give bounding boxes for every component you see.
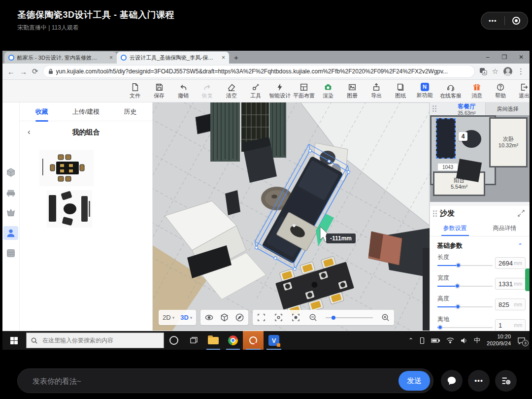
basic-params-section-header[interactable]: 基础参数 ⌃ [430,236,530,250]
url-field[interactable]: yun.kujiale.com/tool/h5/diy?designid=3FO… [43,66,474,77]
elevation-value-field[interactable]: 1mm [495,319,526,331]
compass-button[interactable] [235,313,244,322]
device-icon[interactable] [420,337,425,344]
exit-button[interactable]: 退出 [516,83,532,100]
mode-3d-button[interactable]: 3D▾ [180,314,192,321]
more-actions-button[interactable]: ••• [468,370,490,392]
clear-button[interactable]: 清空 [223,83,240,100]
chat-bubble-button[interactable] [441,370,463,392]
redo-button[interactable]: 恢复 [199,83,216,100]
browser-tab-2[interactable]: 云设计工具_圣德保陶瓷_李凤-保… × [117,52,229,64]
restore-button[interactable]: ❐ [496,54,513,61]
length-slider[interactable] [437,265,493,266]
close-capsule-button[interactable] [505,12,528,29]
active-capture-app-button[interactable] [243,331,264,350]
help-button[interactable]: 帮助 [492,83,509,100]
combo-thumbnail-dining[interactable] [39,150,94,186]
focus-center-button[interactable] [291,313,300,322]
category-people-button[interactable] [3,226,18,240]
room-select-button[interactable]: 房间选择 [485,102,530,115]
profile-avatar[interactable] [503,67,512,76]
close-window-button[interactable]: ✕ [513,54,530,61]
marquee-settings-button[interactable] [274,313,283,322]
new-tab-button[interactable]: + [234,53,238,62]
more-options-button[interactable]: ••• [481,12,504,29]
minimize-button[interactable]: – [479,54,496,61]
vhall-app-button[interactable]: V [264,331,284,350]
category-hard-decor-button[interactable] [3,166,18,179]
translate-icon[interactable] [479,67,487,75]
tab-parameter-settings[interactable]: 参数设置 [430,221,480,236]
height-value-field[interactable]: 825mm [495,299,526,310]
tab-history[interactable]: 历史 [108,107,152,116]
length-value-field[interactable]: 2694mm [495,257,526,269]
notification-center-button[interactable]: 3 [517,337,526,344]
save-button[interactable]: 保存 [151,83,167,100]
undo-button[interactable]: 撤销 [175,83,192,100]
mode-2d-button[interactable]: 2D▾ [163,314,174,321]
bookmark-star-icon[interactable]: ☆ [492,67,499,76]
smart-design-button[interactable]: 智能设计 [271,83,288,100]
zoom-in-button[interactable] [381,313,390,322]
export-button[interactable]: 导出 [368,83,385,100]
minimap-selected-sofa[interactable] [436,118,456,159]
expand-panel-icon[interactable] [518,210,525,217]
taskbar-search[interactable] [26,332,164,348]
ime-indicator[interactable]: 中 [474,336,480,345]
hidden-icons-chevron[interactable]: ⌃ [408,337,413,344]
close-tab-icon[interactable]: × [222,54,225,61]
send-button[interactable]: 发送 [399,371,430,391]
category-furniture-button[interactable] [3,186,18,200]
category-decoration-button[interactable] [3,206,18,220]
visibility-eye-button[interactable] [204,313,214,322]
watch-list-button[interactable] [495,370,517,392]
taskbar-clock[interactable]: 10:20 2020/9/24 [487,333,511,347]
zoom-out-button[interactable] [308,313,318,322]
back-icon[interactable]: ← [7,67,15,76]
new-features-button[interactable]: N 新功能 [416,83,433,100]
tab-product-details[interactable]: 商品详情 [480,221,530,236]
canvas-3d-viewport[interactable]: -111mm 2D▾ 3D▾ [153,102,430,331]
volume-icon[interactable] [461,337,467,344]
comment-input-bar[interactable]: 发送 [17,368,433,393]
tab-favorites[interactable]: 收藏 [20,107,64,116]
category-appliance-button[interactable] [3,246,18,260]
battery-icon[interactable] [431,338,440,343]
start-button[interactable] [2,331,25,350]
album-button[interactable]: 图册 [344,83,361,100]
file-button[interactable]: 文件 [127,83,143,100]
forward-icon[interactable]: → [20,67,27,76]
green-side-tab[interactable] [525,268,530,291]
task-view-button[interactable] [184,331,203,350]
drawings-button[interactable]: 图纸 [392,83,409,100]
marquee-select-button[interactable] [257,313,266,322]
online-support-button[interactable]: 在线客服 [440,83,462,100]
tab-upload-model[interactable]: 上传/建模 [64,107,108,116]
file-explorer-button[interactable] [203,331,223,350]
chrome-button[interactable] [223,331,243,350]
room-bedroom[interactable]: 次卧 10.32m² [489,117,528,167]
cube-view-button[interactable] [220,313,229,322]
zoom-slider-handle[interactable] [332,316,335,320]
drag-handle-icon[interactable] [432,105,436,112]
browser-tab-1[interactable]: 酷家乐 - 3D云设计, 室内装修效… × [4,52,117,64]
width-value-field[interactable]: 1331mm [495,278,526,290]
render-button[interactable]: 渲染 [320,83,336,100]
combo-thumbnail-living[interactable] [47,190,92,228]
floorplan-minimap[interactable]: 次卧 10.32m² 阳台 5.54m² 4 1043 [430,115,530,202]
comment-input[interactable] [32,376,399,386]
reload-icon[interactable]: ⟳ [32,67,38,76]
browser-menu-icon[interactable]: ⋮ [517,67,525,76]
elevation-slider[interactable] [437,327,493,328]
height-slider[interactable] [437,306,493,307]
cortana-button[interactable] [164,331,184,350]
search-input[interactable] [41,336,150,344]
wifi-icon[interactable] [446,337,454,343]
close-tab-icon[interactable]: × [109,54,113,61]
width-slider[interactable] [437,286,493,287]
zoom-slider[interactable] [326,317,373,318]
tools-button[interactable]: 工具 [247,83,264,100]
floorplan-button[interactable]: 平面布置 [296,83,312,100]
messages-button[interactable]: 消息 [468,83,485,100]
drag-handle-icon[interactable] [433,210,437,217]
